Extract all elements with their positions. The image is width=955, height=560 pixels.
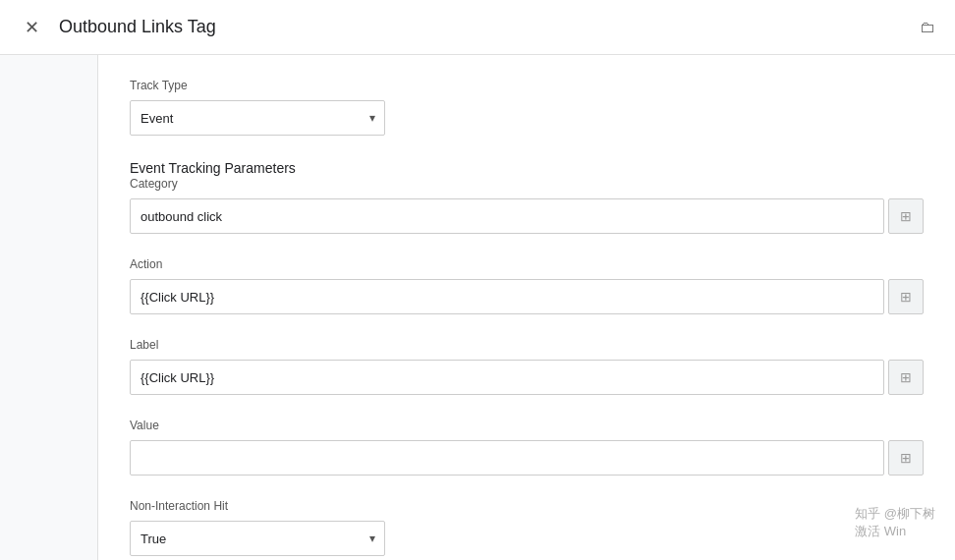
action-input[interactable]: [130, 279, 884, 314]
label-input[interactable]: [130, 360, 884, 395]
sidebar: [0, 55, 98, 560]
category-tag-icon: [900, 208, 912, 224]
track-type-select-wrapper: Event Pageview Transaction Item Social T…: [130, 100, 385, 136]
folder-icon[interactable]: 🗀: [920, 19, 935, 36]
main-content: Track Type Event Pageview Transaction It…: [0, 55, 955, 560]
non-interaction-select-wrapper: True False ▾: [130, 521, 385, 556]
label-label: Label: [130, 338, 924, 352]
non-interaction-group: Non-Interaction Hit True False ▾: [130, 499, 924, 556]
non-interaction-select[interactable]: True False: [130, 521, 385, 556]
action-group: Action: [130, 257, 924, 314]
category-label: Category: [130, 177, 924, 191]
action-tag-button[interactable]: [888, 279, 924, 314]
track-type-select[interactable]: Event Pageview Transaction Item Social T…: [130, 100, 385, 136]
event-tracking-section: Event Tracking Parameters Category Actio…: [130, 159, 924, 476]
header: ✕ Outbound Links Tag 🗀: [0, 0, 955, 55]
action-label: Action: [130, 257, 924, 271]
watermark: 知乎 @柳下树 激活 Win: [855, 505, 935, 540]
page-title: Outbound Links Tag: [59, 17, 910, 37]
category-tag-button[interactable]: [888, 198, 924, 234]
label-row: [130, 360, 924, 395]
value-group: Value: [130, 419, 924, 476]
label-group: Label: [130, 338, 924, 395]
close-icon: ✕: [25, 17, 39, 38]
close-button[interactable]: ✕: [20, 16, 43, 39]
label-tag-button[interactable]: [888, 360, 924, 395]
non-interaction-label: Non-Interaction Hit: [130, 499, 924, 513]
action-row: [130, 279, 924, 314]
value-row: [130, 440, 924, 476]
content-area: Track Type Event Pageview Transaction It…: [98, 55, 955, 560]
category-group: Category: [130, 177, 924, 234]
value-input[interactable]: [130, 440, 884, 476]
track-type-label: Track Type: [130, 79, 924, 92]
value-tag-icon: [900, 450, 912, 466]
value-label: Value: [130, 419, 924, 432]
event-tracking-title: Event Tracking Parameters: [130, 160, 296, 176]
category-input[interactable]: [130, 198, 884, 234]
category-row: [130, 198, 924, 234]
action-tag-icon: [900, 289, 912, 305]
value-tag-button[interactable]: [888, 440, 924, 476]
track-type-group: Track Type Event Pageview Transaction It…: [130, 79, 924, 136]
label-tag-icon: [900, 369, 912, 385]
